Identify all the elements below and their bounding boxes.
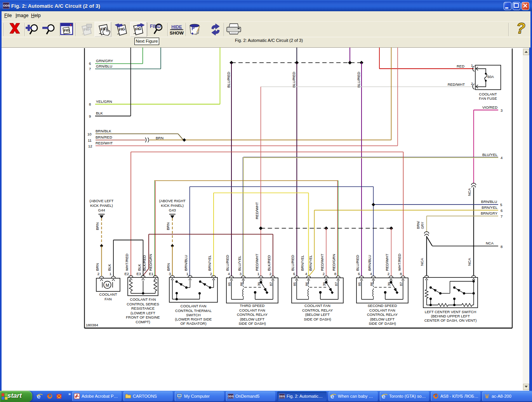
svg-text:RED/GRN: RED/GRN (332, 254, 336, 271)
svg-text:RED: RED (457, 64, 464, 68)
svg-text:7: 7 (89, 67, 91, 71)
svg-text:RESISTANCE: RESISTANCE (131, 306, 155, 310)
svg-text:SIDE OF DASH): SIDE OF DASH) (369, 321, 396, 326)
svg-text:BRN/: BRN/ (416, 221, 420, 229)
svg-text:RED/WHT: RED/WHT (255, 253, 259, 271)
svg-text:85: 85 (358, 282, 362, 286)
svg-text:3: 3 (169, 272, 171, 276)
svg-text:COMPT): COMPT) (136, 320, 150, 324)
svg-text:BRN/YEL: BRN/YEL (482, 205, 497, 210)
svg-text:CENTER OF DASH, ON VENT): CENTER OF DASH, ON VENT) (424, 318, 477, 322)
svg-text:BLK: BLK (137, 263, 141, 271)
svg-text:3: 3 (501, 108, 502, 113)
svg-text:BLU/RED: BLU/RED (226, 72, 231, 88)
svg-text:BLK/RED: BLK/RED (267, 255, 271, 271)
svg-text:4: 4 (501, 156, 502, 160)
svg-text:86: 86 (370, 282, 374, 286)
svg-text:(BELOW LEFT: (BELOW LEFT (240, 317, 265, 321)
svg-text:2: 2 (323, 272, 325, 276)
svg-text:SECOND SPEED: SECOND SPEED (368, 303, 397, 308)
svg-text:G43: G43 (169, 208, 176, 212)
svg-text:NCA: NCA (486, 241, 494, 245)
svg-text:CONTROL RELAY: CONTROL RELAY (367, 312, 398, 317)
svg-text:COOLANT FAN: COOLANT FAN (181, 304, 207, 308)
svg-text:OF RADIATOR): OF RADIATOR) (180, 321, 206, 326)
svg-text:BRN/BLU: BRN/BLU (481, 199, 497, 204)
svg-text:BLU/RED: BLU/RED (290, 255, 295, 271)
svg-text:4: 4 (370, 272, 372, 276)
svg-text:BRN: BRN (166, 263, 170, 271)
svg-text:CONTROL RELAY: CONTROL RELAY (237, 312, 268, 317)
svg-text:30: 30 (322, 282, 326, 286)
svg-text:BRN/BLK: BRN/BLK (96, 129, 111, 133)
svg-text:LEFT CENTER VENT SWITCH: LEFT CENTER VENT SWITCH (425, 310, 476, 314)
svg-text:COOLANT FAN: COOLANT FAN (239, 308, 265, 312)
svg-text:85: 85 (228, 282, 231, 286)
svg-text:(LOWER LEFT: (LOWER LEFT (130, 311, 155, 315)
svg-text:86: 86 (240, 282, 243, 286)
svg-text:FRONT OF ENGINE: FRONT OF ENGINE (126, 315, 160, 319)
svg-text:1: 1 (186, 272, 188, 276)
svg-text:CONTROL SERIES: CONTROL SERIES (127, 302, 159, 306)
svg-text:87: 87 (334, 282, 338, 286)
svg-text:RED/WHT: RED/WHT (448, 82, 465, 87)
svg-text:(BELOW LEFT: (BELOW LEFT (305, 312, 330, 317)
svg-text:4: 4 (305, 272, 307, 276)
svg-text:E2: E2 (124, 272, 129, 276)
svg-text:KICK PANEL): KICK PANEL) (90, 203, 113, 208)
svg-text:1: 1 (471, 63, 473, 68)
svg-text:YEL/GRN: YEL/GRN (96, 99, 112, 104)
svg-text:BRN/GRY: BRN/GRY (481, 211, 498, 215)
svg-text:8: 8 (400, 272, 402, 276)
svg-text:CONTROL THERMAL: CONTROL THERMAL (175, 308, 212, 313)
svg-text:87: 87 (399, 282, 403, 286)
svg-text:BLK: BLK (96, 111, 103, 115)
svg-text:BLU/RED: BLU/RED (292, 72, 296, 88)
svg-text:WHT/RED: WHT/RED (125, 254, 129, 271)
svg-text:2: 2 (269, 272, 271, 276)
svg-text:COOLANT FAN: COOLANT FAN (369, 308, 395, 312)
svg-text:BRN/RED: BRN/RED (96, 135, 112, 139)
svg-text:GRY: GRY (421, 222, 424, 229)
svg-text:WHT/RED: WHT/RED (397, 254, 402, 271)
svg-text:NCA: NCA (420, 258, 424, 266)
svg-text:BLU/RED: BLU/RED (225, 255, 229, 271)
svg-text:7: 7 (501, 214, 502, 218)
svg-text:3: 3 (240, 272, 242, 276)
svg-text:RED/WHT: RED/WHT (96, 141, 113, 145)
svg-text:BRN: BRN (166, 222, 170, 230)
svg-text:9: 9 (89, 114, 91, 118)
svg-text:BRN: BRN (156, 136, 163, 140)
svg-text:GRN/GRY: GRN/GRY (96, 59, 113, 63)
svg-text:COOLANT: COOLANT (99, 292, 117, 296)
svg-text:8: 8 (501, 244, 502, 249)
svg-text:BLU/RED: BLU/RED (355, 255, 360, 271)
svg-text:87: 87 (269, 282, 273, 286)
svg-text:BRN/BLU: BRN/BLU (367, 255, 372, 271)
svg-text:CONTROL RELAY: CONTROL RELAY (302, 308, 333, 312)
svg-text:COOLANT FAN: COOLANT FAN (304, 303, 330, 308)
svg-text:(LOWER RIGHT SIDE: (LOWER RIGHT SIDE (175, 317, 212, 321)
svg-text:COOLANT FAN: COOLANT FAN (130, 297, 156, 302)
svg-text:2: 2 (97, 272, 99, 276)
svg-text:(ABOVE LEFT: (ABOVE LEFT (90, 199, 114, 203)
svg-text:FAN FUSE: FAN FUSE (479, 96, 497, 100)
svg-text:RED/WHT: RED/WHT (255, 202, 259, 219)
svg-text:1: 1 (257, 272, 259, 276)
svg-text:2: 2 (471, 81, 473, 86)
svg-text:G44: G44 (98, 208, 105, 212)
svg-text:30: 30 (387, 282, 391, 286)
svg-text:SWITCH: SWITCH (186, 313, 201, 317)
svg-text:12: 12 (88, 144, 92, 148)
svg-text:THIRD SPEED: THIRD SPEED (240, 303, 265, 308)
svg-text:8: 8 (89, 102, 91, 106)
svg-text:8: 8 (334, 272, 336, 276)
svg-text:4: 4 (228, 272, 230, 276)
svg-text:BRN: BRN (95, 222, 99, 230)
svg-text:BLU/RED: BLU/RED (356, 72, 361, 88)
svg-text:BRN: BRN (95, 263, 99, 271)
svg-text:KICK PANEL): KICK PANEL) (161, 203, 184, 208)
svg-text:2: 2 (210, 272, 212, 276)
svg-text:BLK/RED: BLK/RED (142, 255, 146, 271)
svg-text:BRN/BLU: BRN/BLU (184, 255, 188, 271)
